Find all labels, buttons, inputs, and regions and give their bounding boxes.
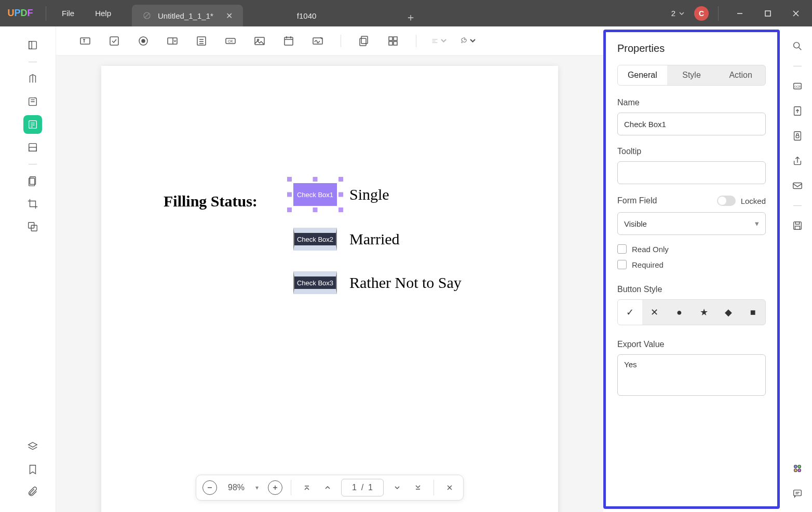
checkbox-field[interactable]: Check Box3: [293, 271, 337, 294]
first-page-button[interactable]: [300, 480, 314, 495]
divider: [46, 6, 46, 21]
menu-file[interactable]: File: [51, 9, 85, 18]
save-icon[interactable]: [789, 217, 806, 234]
titlebar-right: 2 C: [666, 4, 812, 23]
close-button[interactable]: [784, 4, 808, 23]
style-cross[interactable]: ✕: [642, 300, 667, 325]
dropdown-tool[interactable]: [164, 33, 181, 49]
tab-style[interactable]: Style: [667, 65, 716, 85]
svg-point-22: [142, 39, 145, 43]
svg-rect-42: [394, 41, 397, 45]
compress-icon[interactable]: [23, 172, 42, 190]
thumbnails-icon[interactable]: [23, 36, 42, 54]
form-field-checkbox2[interactable]: Check Box2 Married: [293, 228, 400, 251]
selection-handles[interactable]: [289, 179, 341, 210]
divider: [291, 480, 291, 495]
tools-settings[interactable]: [460, 33, 477, 49]
form-field-checkbox1[interactable]: Check Box1 Single: [293, 183, 389, 206]
close-nav-button[interactable]: [442, 480, 457, 495]
bookmark-icon[interactable]: [23, 460, 42, 479]
required-checkbox[interactable]: Required: [617, 260, 766, 269]
listbox-tool[interactable]: [193, 33, 210, 49]
style-check[interactable]: ✓: [618, 300, 642, 325]
zoom-out-button[interactable]: [202, 480, 217, 495]
readonly-checkbox[interactable]: Read Only: [617, 244, 766, 254]
zoom-dropdown-icon[interactable]: ▾: [255, 484, 259, 491]
zoom-level[interactable]: 98%: [223, 483, 249, 492]
style-circle[interactable]: ●: [667, 300, 692, 325]
form-toolbar: OK: [56, 26, 603, 56]
menu-help[interactable]: Help: [85, 9, 121, 18]
export-value-label: Export Value: [617, 340, 766, 349]
form-field-checkbox3[interactable]: Check Box3 Rather Not to Say: [293, 271, 462, 294]
user-avatar[interactable]: C: [694, 6, 709, 21]
layers-icon[interactable]: [23, 437, 42, 456]
reader-icon[interactable]: [23, 70, 42, 88]
radio-tool[interactable]: [135, 33, 152, 49]
ai-icon[interactable]: [789, 460, 806, 477]
tab-label: Untitled_1_1_1*: [158, 11, 213, 20]
notification-count[interactable]: 2: [666, 7, 690, 20]
tab-general[interactable]: General: [618, 65, 667, 85]
align-tool[interactable]: [431, 33, 448, 49]
export-value-input[interactable]: [617, 354, 766, 396]
svg-rect-38: [360, 38, 366, 46]
comment-icon[interactable]: [23, 92, 42, 111]
style-diamond[interactable]: ◆: [716, 300, 740, 325]
svg-rect-68: [794, 490, 802, 496]
name-input[interactable]: [617, 113, 766, 135]
close-icon[interactable]: ✕: [226, 11, 233, 21]
left-sidebar: [9, 26, 56, 512]
page-organize-icon[interactable]: [23, 138, 42, 157]
signature-tool[interactable]: [309, 33, 326, 49]
button-tool[interactable]: OK: [222, 33, 239, 49]
page-number-input[interactable]: [341, 479, 384, 496]
batch-icon[interactable]: [23, 217, 42, 236]
convert-icon[interactable]: [789, 103, 806, 119]
minimize-button[interactable]: [728, 4, 752, 23]
chat-icon[interactable]: [789, 485, 806, 502]
last-page-button[interactable]: [411, 480, 425, 495]
tab-untitled[interactable]: Untitled_1_1_1* ✕: [132, 5, 243, 26]
grid-tool[interactable]: [385, 33, 401, 49]
search-icon[interactable]: [789, 38, 806, 54]
protect-icon[interactable]: [789, 128, 806, 144]
checkbox-tool[interactable]: [106, 33, 123, 49]
chevron-down-icon: [679, 10, 685, 17]
visibility-select[interactable]: Visible ▾: [617, 212, 766, 235]
option-label: Married: [349, 230, 400, 248]
zoom-in-button[interactable]: [268, 480, 282, 495]
svg-rect-14: [29, 147, 36, 151]
form-edit-icon[interactable]: [23, 115, 42, 134]
svg-point-65: [798, 465, 801, 468]
ocr-icon[interactable]: OCR: [789, 78, 806, 94]
option-label: Rather Not to Say: [349, 274, 462, 292]
share-icon[interactable]: [789, 153, 806, 169]
heading-text: Filling Status:: [164, 192, 258, 210]
checkbox-field[interactable]: Check Box2: [293, 228, 337, 251]
prev-page-button[interactable]: [320, 480, 335, 495]
button-style-group: ✓ ✕ ● ★ ◆ ■: [617, 299, 766, 325]
tab-action[interactable]: Action: [716, 65, 765, 85]
copy-tool[interactable]: [356, 33, 372, 49]
email-icon[interactable]: [789, 177, 806, 194]
image-tool[interactable]: [251, 33, 268, 49]
tooltip-input[interactable]: [617, 161, 766, 184]
maximize-button[interactable]: [756, 4, 780, 23]
svg-text:OK: OK: [228, 39, 233, 43]
date-tool[interactable]: [280, 33, 297, 49]
svg-rect-37: [361, 36, 368, 44]
attachment-icon[interactable]: [23, 483, 42, 502]
style-star[interactable]: ★: [692, 300, 716, 325]
pdf-page[interactable]: Filling Status: Check Box1 Single Check …: [101, 66, 558, 512]
tab-f1040[interactable]: f1040: [245, 5, 369, 26]
crop-icon[interactable]: [23, 195, 42, 213]
next-page-button[interactable]: [390, 480, 404, 495]
locked-toggle[interactable]: [717, 196, 736, 206]
text-field-tool[interactable]: [77, 33, 93, 49]
style-square[interactable]: ■: [741, 300, 765, 325]
divider: [341, 35, 341, 47]
new-tab-button[interactable]: ＋: [401, 8, 420, 26]
name-label: Name: [617, 98, 766, 107]
canvas[interactable]: Filling Status: Check Box1 Single Check …: [56, 56, 603, 512]
